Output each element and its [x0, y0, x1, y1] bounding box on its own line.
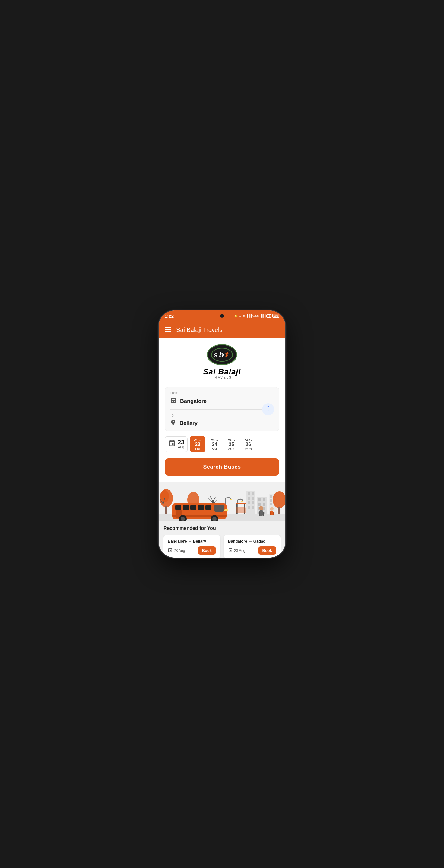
rec-cal-icon-0 [168, 548, 173, 553]
svg-rect-76 [270, 512, 271, 516]
rec-cards-container: Bangalore → Bellary [164, 535, 280, 558]
to-label: To [170, 413, 274, 417]
recommendations-title: Recommended for You [164, 526, 280, 531]
date-opt-day-2: 25 [229, 441, 234, 447]
svg-rect-68 [259, 512, 260, 516]
rec-book-button-1[interactable]: Book [258, 547, 276, 555]
app-header: Sai Balaji Travels [159, 321, 285, 338]
hamburger-icon[interactable] [165, 326, 171, 334]
svg-rect-56 [198, 505, 204, 510]
svg-rect-58 [214, 504, 224, 512]
signal-bars-1: ▐▐▐ [246, 314, 251, 317]
date-opt-weekday-3: MON [245, 447, 252, 451]
search-buses-button[interactable]: Search Buses [165, 458, 279, 475]
svg-rect-65 [225, 509, 228, 511]
from-section[interactable]: From Bangalore [170, 391, 274, 410]
logo-badge: s b t [207, 344, 237, 365]
svg-text:b: b [219, 350, 224, 359]
location-icon [170, 419, 176, 427]
fiveg-badge: 5G [266, 314, 271, 318]
svg-rect-50 [241, 501, 243, 502]
recommendations-section: Recommended for You Bangalore → Bellary [159, 521, 285, 558]
calendar-box[interactable]: 23 Aug [165, 436, 188, 452]
cal-month: Aug [178, 445, 184, 450]
date-option-3[interactable]: AUG 26 MON [241, 436, 256, 453]
rec-route-0: Bangalore → Bellary [168, 539, 216, 544]
svg-rect-27 [270, 495, 272, 498]
svg-rect-20 [258, 503, 261, 506]
city-illustration [159, 482, 285, 521]
search-card: From Bangalore [159, 382, 285, 482]
to-row: Bellary [170, 419, 274, 427]
bell-icon: 🔔 [234, 314, 238, 317]
date-option-2[interactable]: AUG 25 SUN [224, 436, 239, 453]
logo-svg: s b t [211, 347, 233, 362]
main-content: s b t Sai Balaji TRAVELS [159, 338, 285, 558]
svg-rect-15 [248, 506, 250, 509]
svg-rect-46 [230, 499, 232, 500]
selected-date: 23 Aug [178, 439, 184, 450]
svg-rect-31 [270, 503, 272, 505]
svg-point-34 [160, 490, 169, 502]
brand-name: Sai Balaji [203, 367, 241, 376]
calendar-icon [168, 439, 176, 449]
rec-route-1: Bangalore → Gadag [228, 539, 276, 544]
from-value: Bangalore [180, 398, 207, 404]
logo-inner: s b t [208, 345, 236, 364]
to-section[interactable]: To Bellary [170, 410, 274, 427]
to-value: Bellary [179, 420, 198, 427]
svg-rect-53 [175, 505, 181, 510]
date-opt-day-0: 23 [195, 441, 200, 447]
svg-point-66 [259, 506, 263, 510]
svg-rect-57 [205, 505, 211, 510]
date-opt-month-0: AUG [194, 438, 201, 441]
date-picker-row: 23 Aug AUG 23 FRI AUG [165, 436, 279, 453]
svg-rect-54 [183, 505, 189, 510]
svg-rect-11 [248, 497, 250, 500]
rec-cal-icon-1 [228, 548, 233, 553]
svg-rect-10 [251, 492, 254, 495]
date-opt-day-1: 24 [212, 441, 217, 447]
svg-rect-21 [263, 503, 265, 506]
status-time: 1:22 [165, 313, 174, 318]
rec-date-0: 23 Aug [168, 548, 185, 553]
svg-rect-70 [236, 503, 246, 504]
svg-rect-1 [165, 329, 171, 330]
date-opt-weekday-2: SUN [228, 447, 235, 451]
front-camera [220, 314, 224, 318]
svg-rect-55 [190, 505, 196, 510]
rec-date-1: 23 Aug [228, 548, 245, 553]
battery-icon: 100 [272, 314, 279, 318]
svg-rect-35 [165, 506, 167, 515]
phone-screen: 1:22 🔔 VoNR ▐▐▐ VoNR ▐▐▐ 5G 100 Sai [159, 310, 285, 558]
svg-rect-77 [273, 512, 274, 516]
svg-rect-16 [251, 506, 254, 509]
date-opt-weekday-1: SAT [212, 447, 217, 451]
rec-card-0: Bangalore → Bellary [164, 535, 220, 558]
bus-icon [170, 397, 177, 406]
from-label: From [170, 391, 274, 395]
from-row: Bangalore [170, 397, 274, 406]
svg-rect-19 [263, 498, 265, 501]
rec-book-button-0[interactable]: Book [198, 547, 216, 555]
logo-section: s b t Sai Balaji TRAVELS [159, 338, 285, 382]
date-opt-month-3: AUG [245, 438, 252, 441]
brand-subtitle: TRAVELS [212, 376, 232, 379]
svg-rect-12 [251, 497, 254, 500]
swap-button[interactable] [262, 403, 274, 415]
svg-point-74 [270, 507, 273, 510]
svg-rect-29 [270, 499, 272, 501]
svg-point-47 [273, 491, 285, 508]
route-container: From Bangalore [165, 387, 279, 431]
date-option-0[interactable]: AUG 23 FRI [190, 436, 205, 453]
app-title: Sai Balaji Travels [176, 327, 222, 333]
svg-rect-18 [258, 498, 261, 501]
svg-rect-0 [165, 327, 171, 328]
vonr-text: VoNR [253, 315, 259, 317]
cal-day: 23 [178, 439, 184, 445]
rec-footer-1: 23 Aug Book [228, 547, 276, 555]
date-opt-weekday-0: FRI [195, 447, 200, 451]
svg-text:s: s [213, 350, 218, 359]
date-options: AUG 23 FRI AUG 24 SAT AUG [190, 436, 279, 453]
date-option-1[interactable]: AUG 24 SAT [207, 436, 222, 453]
